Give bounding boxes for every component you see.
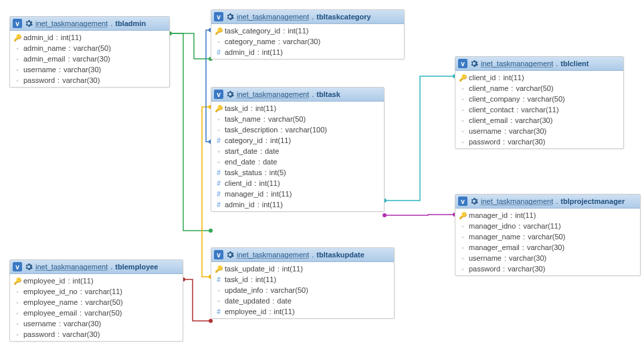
column-row[interactable]: ▫end_date : date bbox=[211, 156, 384, 167]
column-row[interactable]: #client_id : int(11) bbox=[211, 178, 384, 189]
column-row[interactable]: 🔑admin_id : int(11) bbox=[10, 32, 169, 43]
column-row[interactable]: 🔑task_id : int(11) bbox=[211, 103, 384, 114]
column-row[interactable]: ◦task_name : varchar(50) bbox=[211, 114, 384, 124]
hash-icon: # bbox=[215, 137, 222, 144]
column-row[interactable]: ◦manager_idno : varchar(11) bbox=[455, 221, 640, 231]
column-row[interactable]: 🔑manager_id : int(11) bbox=[455, 210, 640, 221]
column-name: client_name bbox=[469, 84, 508, 92]
column-type: varchar(30) bbox=[62, 330, 100, 338]
key-icon: 🔑 bbox=[215, 27, 222, 35]
table-header[interactable]: v inet_taskmanagement.tbltaskcategory bbox=[211, 10, 404, 24]
column-type: int(11) bbox=[503, 74, 524, 82]
column-row[interactable]: ◦employee_name : varchar(50) bbox=[10, 297, 183, 308]
column-name: task_id bbox=[225, 275, 248, 283]
key-icon: 🔑 bbox=[459, 212, 466, 219]
table-name: tbltaskcategory bbox=[316, 13, 370, 21]
table-header[interactable]: v inet_taskmanagement.tbltask bbox=[211, 88, 384, 102]
schema-name: inet_taskmanagement bbox=[237, 13, 309, 21]
relation-line bbox=[170, 33, 211, 231]
column-row[interactable]: ▫date_updated : date bbox=[211, 295, 394, 306]
schema-name: inet_taskmanagement bbox=[237, 90, 309, 98]
table-header[interactable]: v inet_taskmanagement.tblemployee bbox=[10, 260, 183, 274]
db-table-tblprojectmanager[interactable]: v inet_taskmanagement.tblprojectmanager🔑… bbox=[455, 194, 641, 276]
column-name: manager_email bbox=[469, 243, 520, 251]
column-row[interactable]: ◦username : varchar(30) bbox=[455, 253, 640, 263]
idx-icon: ◦ bbox=[459, 255, 466, 262]
db-table-tblclient[interactable]: v inet_taskmanagement.tblclient🔑client_i… bbox=[455, 56, 624, 149]
column-type: varchar(11) bbox=[523, 222, 560, 230]
key-icon: 🔑 bbox=[215, 105, 222, 112]
key-icon: 🔑 bbox=[459, 74, 466, 82]
column-row[interactable]: ◦client_email : varchar(30) bbox=[455, 115, 623, 126]
db-table-tbladmin[interactable]: v inet_taskmanagement.tbladmin🔑admin_id … bbox=[9, 16, 170, 88]
column-row[interactable]: ▫start_date : date bbox=[211, 146, 384, 156]
column-row[interactable]: ◦admin_name : varchar(50) bbox=[10, 43, 169, 53]
column-row[interactable]: ◦admin_email : varchar(30) bbox=[10, 53, 169, 64]
column-row[interactable]: ◦employee_id_no : varchar(11) bbox=[10, 286, 183, 297]
table-header[interactable]: v inet_taskmanagement.tblclient bbox=[455, 57, 623, 71]
column-type: varchar(30) bbox=[509, 127, 546, 135]
gear-icon[interactable] bbox=[25, 263, 33, 271]
column-row[interactable]: ◦employee_email : varchar(50) bbox=[10, 308, 183, 318]
column-row[interactable]: ◦password : varchar(30) bbox=[10, 75, 169, 86]
column-row[interactable]: 🔑client_id : int(11) bbox=[455, 72, 623, 83]
table-header[interactable]: v inet_taskmanagement.tblprojectmanager bbox=[455, 195, 640, 209]
column-row[interactable]: ◦manager_email : varchar(30) bbox=[455, 242, 640, 253]
view-icon: v bbox=[458, 197, 467, 206]
column-name: client_company bbox=[469, 95, 520, 103]
column-row[interactable]: 🔑task_category_id : int(11) bbox=[211, 25, 404, 36]
idx-icon: ◦ bbox=[14, 45, 21, 52]
schema-name: inet_taskmanagement bbox=[35, 263, 108, 271]
idx-icon: ◦ bbox=[459, 138, 466, 146]
column-row[interactable]: 🔑employee_id : int(11) bbox=[10, 275, 183, 286]
column-row[interactable]: ◦password : varchar(30) bbox=[455, 263, 640, 274]
column-row[interactable]: #category_id : int(11) bbox=[211, 135, 384, 146]
column-row[interactable]: ◦task_description : varchar(100) bbox=[211, 124, 384, 135]
key-icon: 🔑 bbox=[215, 265, 222, 273]
column-row[interactable]: #task_status : int(5) bbox=[211, 167, 384, 178]
column-row[interactable]: ◦update_info : varchar(50) bbox=[211, 285, 394, 295]
column-type: int(11) bbox=[72, 277, 93, 285]
column-type: date bbox=[277, 297, 291, 305]
column-row[interactable]: #manager_id : int(11) bbox=[211, 189, 384, 199]
gear-icon[interactable] bbox=[226, 13, 234, 21]
gear-icon[interactable] bbox=[226, 90, 234, 98]
table-header[interactable]: v inet_taskmanagement.tbltaskupdate bbox=[211, 248, 394, 262]
column-row[interactable]: 🔑task_update_id : int(11) bbox=[211, 263, 394, 274]
column-type: varchar(30) bbox=[508, 138, 545, 146]
table-name: tblclient bbox=[560, 59, 588, 68]
column-row[interactable]: ◦client_company : varchar(50) bbox=[455, 94, 623, 104]
key-icon: 🔑 bbox=[14, 277, 21, 285]
table-header[interactable]: v inet_taskmanagement.tbladmin bbox=[10, 17, 169, 31]
db-table-tblemployee[interactable]: v inet_taskmanagement.tblemployee🔑employ… bbox=[9, 259, 183, 342]
hash-icon: # bbox=[215, 201, 222, 209]
column-row[interactable]: ◦username : varchar(30) bbox=[10, 64, 169, 75]
column-type: varchar(30) bbox=[515, 116, 552, 124]
column-row[interactable]: ◦client_contact : varchar(11) bbox=[455, 104, 623, 115]
column-name: username bbox=[23, 66, 56, 74]
column-row[interactable]: ◦password : varchar(30) bbox=[455, 136, 623, 147]
column-name: client_id bbox=[469, 74, 496, 82]
column-row[interactable]: #admin_id : int(11) bbox=[211, 47, 404, 57]
gear-icon[interactable] bbox=[226, 251, 234, 259]
gear-icon[interactable] bbox=[470, 59, 478, 68]
column-row[interactable]: ◦client_name : varchar(50) bbox=[455, 83, 623, 94]
gear-icon[interactable] bbox=[25, 19, 33, 27]
column-row[interactable]: #admin_id : int(11) bbox=[211, 199, 384, 210]
column-row[interactable]: #task_id : int(11) bbox=[211, 274, 394, 285]
column-row[interactable]: ◦username : varchar(30) bbox=[455, 126, 623, 136]
view-icon: v bbox=[214, 90, 223, 99]
column-type: varchar(30) bbox=[64, 66, 101, 74]
column-name: task_description bbox=[225, 126, 278, 134]
db-table-tbltaskcategory[interactable]: v inet_taskmanagement.tbltaskcategory🔑ta… bbox=[211, 9, 405, 59]
column-row[interactable]: ◦username : varchar(30) bbox=[10, 318, 183, 329]
db-table-tbltaskupdate[interactable]: v inet_taskmanagement.tbltaskupdate🔑task… bbox=[211, 247, 395, 319]
column-row[interactable]: ◦category_name : varchar(30) bbox=[211, 36, 404, 47]
column-row[interactable]: ◦manager_name : varchar(50) bbox=[455, 231, 640, 242]
column-name: update_info bbox=[225, 286, 263, 294]
column-row[interactable]: #employee_id : int(11) bbox=[211, 306, 394, 317]
column-row[interactable]: ◦password : varchar(30) bbox=[10, 329, 183, 340]
db-table-tbltask[interactable]: v inet_taskmanagement.tbltask🔑task_id : … bbox=[211, 87, 385, 212]
gear-icon[interactable] bbox=[470, 197, 478, 205]
column-name: password bbox=[469, 138, 500, 146]
